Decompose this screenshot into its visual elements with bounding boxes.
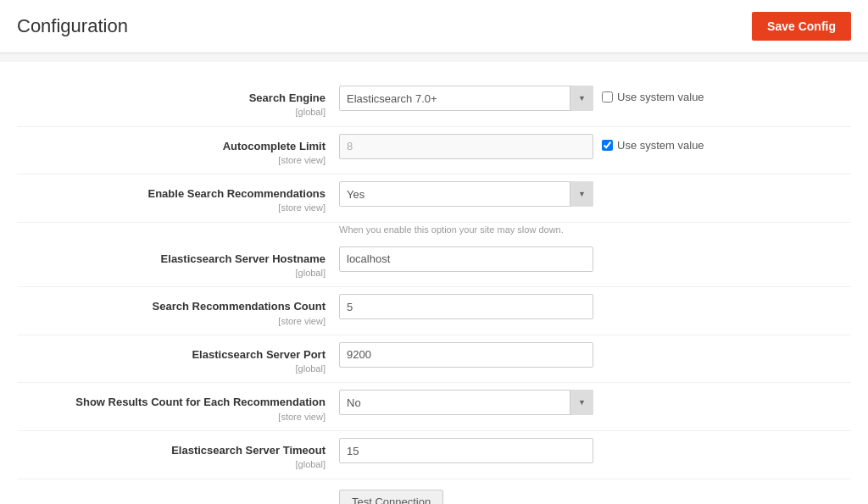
label-scope-search-engine: [global] (17, 106, 326, 119)
page-title: Configuration (17, 15, 128, 37)
hint-spacer-enable-search-recommendations (17, 223, 339, 235)
label-scope-elasticsearch-server-hostname: [global] (17, 267, 326, 280)
label-cell-elasticsearch-server-hostname: Elasticsearch Server Hostname [global] (17, 246, 339, 280)
form-row-show-results-count-recommendation: Show Results Count for Each Recommendati… (17, 383, 851, 431)
select-wrapper-show-results-count-recommendation: NoYes (339, 390, 593, 415)
form-rows: Search Engine [global] Elasticsearch 7.0… (17, 79, 851, 504)
label-main-autocomplete-limit: Autocomplete Limit (223, 140, 326, 152)
label-scope-show-results-count-recommendation: [store view] (17, 411, 326, 424)
label-cell-elasticsearch-server-port: Elasticsearch Server Port [global] (17, 342, 339, 376)
label-cell-search-engine: Search Engine [global] (17, 86, 339, 119)
form-row-elasticsearch-server-timeout: Elasticsearch Server Timeout [global] (17, 431, 851, 479)
save-config-button[interactable]: Save Config (752, 12, 851, 41)
test-connection-label-cell (17, 486, 339, 491)
label-main-elasticsearch-server-timeout: Elasticsearch Server Timeout (171, 444, 326, 457)
label-cell-elasticsearch-server-timeout: Elasticsearch Server Timeout [global] (17, 438, 339, 472)
control-cell-show-results-count-recommendation: NoYes (339, 390, 851, 415)
test-connection-row: Test Connection (17, 479, 851, 504)
input-search-recommendations-count[interactable] (339, 294, 593, 319)
label-scope-enable-search-recommendations: [store view] (17, 202, 326, 214)
select-wrapper-search-engine: Elasticsearch 7.0+MySQL (339, 86, 593, 111)
form-row-elasticsearch-server-port: Elasticsearch Server Port [global] (17, 335, 851, 384)
system-value-checkbox-search-engine[interactable] (602, 91, 613, 102)
form-row-elasticsearch-server-hostname: Elasticsearch Server Hostname [global] (17, 240, 851, 288)
test-connection-button[interactable]: Test Connection (339, 490, 443, 504)
test-connection-control: Test Connection (339, 486, 851, 504)
control-cell-elasticsearch-server-timeout (339, 438, 851, 463)
label-cell-show-results-count-recommendation: Show Results Count for Each Recommendati… (17, 390, 339, 424)
label-scope-autocomplete-limit: [store view] (17, 154, 326, 167)
system-value-checkbox-autocomplete-limit[interactable] (602, 140, 613, 151)
form-row-search-recommendations-count: Search Recommendations Count [store view… (17, 287, 851, 335)
input-elasticsearch-server-hostname[interactable] (339, 246, 593, 272)
page-header: Configuration Save Config (0, 0, 868, 53)
label-main-elasticsearch-server-port: Elasticsearch Server Port (192, 348, 326, 361)
control-cell-search-engine: Elasticsearch 7.0+MySQL Use system value (339, 86, 851, 111)
system-value-label-autocomplete-limit[interactable]: Use system value (602, 134, 704, 152)
control-cell-search-recommendations-count (339, 294, 851, 319)
label-cell-search-recommendations-count: Search Recommendations Count [store view… (17, 294, 339, 328)
form-row-enable-search-recommendations: Enable Search Recommendations [store vie… (17, 174, 851, 223)
form-row-search-engine: Search Engine [global] Elasticsearch 7.0… (17, 79, 851, 127)
label-main-elasticsearch-server-hostname: Elasticsearch Server Hostname (161, 252, 326, 265)
select-show-results-count-recommendation[interactable]: NoYes (339, 390, 593, 415)
select-enable-search-recommendations[interactable]: YesNo (339, 181, 593, 207)
hint-row-enable-search-recommendations: When you enable this option your site ma… (17, 223, 851, 240)
label-main-enable-search-recommendations: Enable Search Recommendations (147, 187, 326, 200)
select-wrapper-enable-search-recommendations: YesNo (339, 181, 593, 207)
control-cell-elasticsearch-server-hostname (339, 246, 851, 272)
label-main-search-engine: Search Engine (249, 91, 326, 104)
label-cell-enable-search-recommendations: Enable Search Recommendations [store vie… (17, 181, 339, 215)
form-row-autocomplete-limit: Autocomplete Limit [store view] Use syst… (17, 127, 851, 175)
input-elasticsearch-server-timeout[interactable] (339, 438, 593, 463)
label-main-show-results-count-recommendation: Show Results Count for Each Recommendati… (75, 396, 326, 408)
config-form: Search Engine [global] Elasticsearch 7.0… (0, 62, 868, 504)
label-scope-search-recommendations-count: [store view] (17, 315, 326, 328)
label-scope-elasticsearch-server-port: [global] (17, 363, 326, 375)
control-cell-enable-search-recommendations: YesNo (339, 181, 851, 207)
hint-text-enable-search-recommendations: When you enable this option your site ma… (339, 223, 593, 235)
control-cell-elasticsearch-server-port (339, 342, 851, 368)
label-cell-autocomplete-limit: Autocomplete Limit [store view] (17, 134, 339, 168)
input-autocomplete-limit (339, 134, 593, 159)
label-main-search-recommendations-count: Search Recommendations Count (153, 300, 326, 313)
label-scope-elasticsearch-server-timeout: [global] (17, 458, 326, 471)
control-cell-autocomplete-limit: Use system value (339, 134, 851, 159)
select-search-engine[interactable]: Elasticsearch 7.0+MySQL (339, 86, 593, 111)
input-elasticsearch-server-port[interactable] (339, 342, 593, 368)
system-value-label-search-engine[interactable]: Use system value (602, 86, 704, 103)
